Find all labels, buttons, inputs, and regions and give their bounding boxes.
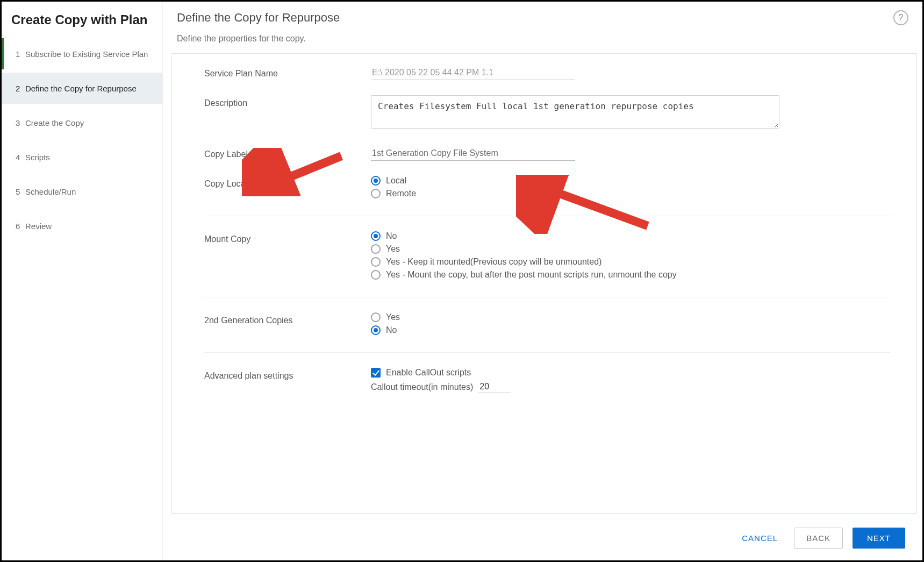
checkbox-enable-callout[interactable]: Enable CallOut scripts [371,368,891,378]
back-button[interactable]: BACK [794,528,843,549]
radio-secondgen-no-label: No [386,325,397,335]
wizard-step-1-label: Subscribe to Existing Service Plan [25,49,148,59]
main-content: Define the Copy for Repurpose ? Define t… [163,2,922,560]
wizard-step-3-num: 3 [16,118,25,127]
input-copy-label[interactable] [371,146,575,161]
row-copy-location: Copy Location Local Remote [204,176,891,216]
row-description: Description [204,95,891,130]
row-service-plan-name: Service Plan Name [204,66,891,80]
radio-secondgen-yes[interactable]: Yes [371,312,891,322]
wizard-step-5-label: Schedule/Run [25,187,76,196]
radio-mount-unmount-after-label: Yes - Mount the copy, but after the post… [386,270,677,280]
wizard-step-2[interactable]: 2 Define the Copy for Repurpose [2,73,162,104]
radio-copy-location-local-input[interactable] [371,176,381,186]
input-callout-timeout[interactable] [478,381,511,393]
row-advanced: Advanced plan settings Enable CallOut sc… [204,368,891,393]
wizard-step-5[interactable]: 5 Schedule/Run [2,176,162,207]
radio-secondgen-no-input[interactable] [371,325,381,335]
radio-mount-unmount-after[interactable]: Yes - Mount the copy, but after the post… [371,270,891,280]
wizard-step-2-num: 2 [16,84,25,93]
page-subtitle: Define the properties for the copy. [163,29,922,53]
radio-mount-yes-input[interactable] [371,244,381,254]
wizard-step-6[interactable]: 6 Review [2,210,162,241]
app-window: Create Copy with Plan 1 Subscribe to Exi… [0,0,924,562]
wizard-sidebar: Create Copy with Plan 1 Subscribe to Exi… [2,2,163,560]
help-icon[interactable]: ? [893,10,908,25]
label-callout-timeout: Callout timeout(in minutes) [371,382,473,392]
input-service-plan-name[interactable] [371,66,575,80]
wizard-title: Create Copy with Plan [2,6,162,38]
row-mount-copy: Mount Copy No Yes Yes - Keep it mount [204,231,891,297]
wizard-step-3-label: Create the Copy [25,118,84,127]
wizard-step-5-num: 5 [16,187,25,196]
wizard-step-2-label: Define the Copy for Repurpose [25,84,137,93]
body-row: Create Copy with Plan 1 Subscribe to Exi… [2,2,922,560]
wizard-step-1-num: 1 [16,49,25,59]
wizard-step-4-num: 4 [16,153,25,162]
form-panel: Service Plan Name Description Copy Label [171,53,917,514]
callout-timeout-row: Callout timeout(in minutes) [371,381,891,393]
wizard-footer: CANCEL BACK NEXT [163,514,922,560]
radio-mount-no-label: No [386,231,397,241]
row-copy-label: Copy Label [204,146,891,161]
radio-mount-keep-label: Yes - Keep it mounted(Previous copy will… [386,257,601,267]
radio-mount-keep[interactable]: Yes - Keep it mounted(Previous copy will… [371,257,891,267]
wizard-step-4[interactable]: 4 Scripts [2,141,162,173]
radio-copy-location-remote-label: Remote [386,189,416,198]
label-mount-copy: Mount Copy [204,231,371,244]
wizard-step-4-label: Scripts [25,153,50,162]
radio-copy-location-local[interactable]: Local [371,176,891,186]
label-second-gen: 2nd Generation Copies [204,312,371,325]
label-copy-location: Copy Location [204,176,371,189]
main-header: Define the Copy for Repurpose ? [163,2,922,29]
radio-secondgen-no[interactable]: No [371,325,891,335]
radio-mount-yes-label: Yes [386,244,400,254]
checkbox-enable-callout-label: Enable CallOut scripts [386,368,471,378]
label-service-plan-name: Service Plan Name [204,66,371,79]
wizard-step-6-label: Review [25,222,52,231]
row-second-gen: 2nd Generation Copies Yes No [204,312,891,353]
label-advanced: Advanced plan settings [204,368,371,381]
radio-mount-unmount-after-input[interactable] [371,270,381,280]
checkbox-enable-callout-input[interactable] [371,368,381,378]
radio-mount-keep-input[interactable] [371,257,381,267]
wizard-step-3[interactable]: 3 Create the Copy [2,107,162,138]
radio-mount-yes[interactable]: Yes [371,244,891,254]
label-copy-label: Copy Label [204,146,371,159]
page-title: Define the Copy for Repurpose [177,11,340,25]
wizard-step-1[interactable]: 1 Subscribe to Existing Service Plan [2,38,162,69]
radio-copy-location-local-label: Local [386,176,406,186]
radio-mount-no-input[interactable] [371,231,381,241]
wizard-step-6-num: 6 [16,222,25,231]
input-description[interactable] [371,95,779,129]
radio-copy-location-remote-input[interactable] [371,189,381,198]
next-button[interactable]: NEXT [853,528,905,549]
radio-copy-location-remote[interactable]: Remote [371,189,891,198]
cancel-button[interactable]: CANCEL [735,528,784,548]
radio-mount-no[interactable]: No [371,231,891,241]
label-description: Description [204,95,371,108]
radio-secondgen-yes-input[interactable] [371,312,381,322]
radio-secondgen-yes-label: Yes [386,312,400,322]
